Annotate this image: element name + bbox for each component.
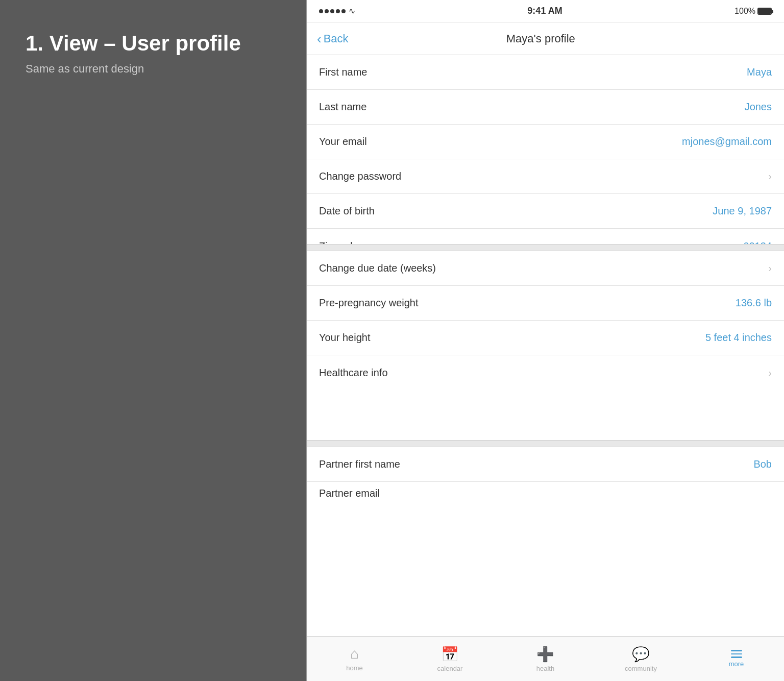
row-label-last-name: Last name <box>319 101 366 113</box>
back-label: Back <box>324 32 349 45</box>
signal-dots <box>319 9 346 13</box>
row-height[interactable]: Your height 5 feet 4 inches <box>307 321 784 355</box>
home-icon: ⌂ <box>350 646 359 662</box>
row-change-password[interactable]: Change password › <box>307 159 784 194</box>
row-label-partner-name: Partner first name <box>319 458 400 470</box>
row-zip[interactable]: Zip code 02134 <box>307 229 784 244</box>
health-icon: ➕ <box>536 646 554 663</box>
row-label-due-date: Change due date (weeks) <box>319 262 436 274</box>
row-partner-name[interactable]: Partner first name Bob <box>307 447 784 482</box>
row-label-first-name: First name <box>319 66 367 78</box>
row-first-name[interactable]: First name Maya <box>307 55 784 90</box>
dot-1 <box>319 9 323 13</box>
tab-more-label: more <box>729 660 744 668</box>
left-panel-title: 1. View – User profile <box>26 31 281 56</box>
row-value-zip: 02134 <box>743 240 772 245</box>
profile-section-2: Change due date (weeks) › Pre-pregnancy … <box>307 251 784 440</box>
row-value-partner-name: Bob <box>753 458 772 470</box>
more-icon <box>731 650 742 658</box>
row-value-weight: 136.6 lb <box>736 297 772 309</box>
row-label-healthcare: Healthcare info <box>319 367 388 379</box>
right-panel: ∿ 9:41 AM 100% ‹ Back Maya's profile Fir… <box>306 0 784 681</box>
battery-fill <box>758 9 771 14</box>
tab-community-label: community <box>625 665 657 672</box>
profile-section-1: First name Maya Last name Jones Your ema… <box>307 55 784 244</box>
row-label-partner-email: Partner email <box>319 488 380 499</box>
row-last-name[interactable]: Last name Jones <box>307 90 784 125</box>
row-value-last-name: Jones <box>745 101 772 113</box>
dot-3 <box>330 9 334 13</box>
tab-home[interactable]: ⌂ home <box>307 646 402 672</box>
row-dob[interactable]: Date of birth June 9, 1987 <box>307 194 784 229</box>
tab-health-label: health <box>536 665 554 672</box>
left-panel: 1. View – User profile Same as current d… <box>0 0 306 681</box>
dot-5 <box>341 9 346 13</box>
row-label-change-password: Change password <box>319 171 401 182</box>
row-due-date[interactable]: Change due date (weeks) › <box>307 251 784 286</box>
calendar-icon: 📅 <box>441 646 459 663</box>
back-chevron-icon: ‹ <box>317 32 322 45</box>
battery-area: 100% <box>734 7 772 16</box>
row-weight[interactable]: Pre-pregnancy weight 136.6 lb <box>307 286 784 321</box>
tab-calendar[interactable]: 📅 calendar <box>402 646 498 672</box>
row-value-dob: June 9, 1987 <box>713 205 772 217</box>
tab-home-label: home <box>346 664 363 672</box>
row-value-height: 5 feet 4 inches <box>705 332 772 344</box>
signal-area: ∿ <box>319 6 355 16</box>
row-label-height: Your height <box>319 332 370 344</box>
nav-bar: ‹ Back Maya's profile <box>307 22 784 55</box>
row-label-zip: Zip code <box>319 240 358 245</box>
left-panel-subtitle: Same as current design <box>26 62 281 76</box>
row-label-email: Your email <box>319 136 367 148</box>
row-value-email: mjones@gmail.com <box>682 136 772 148</box>
tab-health[interactable]: ➕ health <box>498 646 593 672</box>
dot-4 <box>336 9 340 13</box>
battery-percent: 100% <box>734 7 755 16</box>
row-healthcare[interactable]: Healthcare info › <box>307 355 784 390</box>
status-time: 9:41 AM <box>527 6 562 16</box>
status-bar: ∿ 9:41 AM 100% <box>307 0 784 22</box>
dot-2 <box>325 9 329 13</box>
chevron-icon-healthcare: › <box>768 367 772 379</box>
nav-title: Maya's profile <box>506 32 575 45</box>
battery-bar <box>757 8 772 15</box>
row-value-first-name: Maya <box>747 66 772 78</box>
tab-more[interactable]: more <box>689 650 784 668</box>
profile-section-3: Partner first name Bob Partner email <box>307 447 784 636</box>
wifi-icon: ∿ <box>349 6 355 16</box>
section-divider-1 <box>307 244 784 251</box>
row-email[interactable]: Your email mjones@gmail.com <box>307 125 784 159</box>
back-button[interactable]: ‹ Back <box>317 32 349 45</box>
chevron-icon-due-date: › <box>768 262 772 274</box>
row-label-weight: Pre-pregnancy weight <box>319 297 419 309</box>
tab-calendar-label: calendar <box>437 665 463 672</box>
row-partner-email[interactable]: Partner email <box>307 482 784 504</box>
community-icon: 💬 <box>632 646 650 663</box>
chevron-icon-password: › <box>768 171 772 182</box>
tab-bar: ⌂ home 📅 calendar ➕ health 💬 community m… <box>307 636 784 681</box>
section-divider-2 <box>307 440 784 447</box>
tab-community[interactable]: 💬 community <box>593 646 689 672</box>
row-label-dob: Date of birth <box>319 205 375 217</box>
